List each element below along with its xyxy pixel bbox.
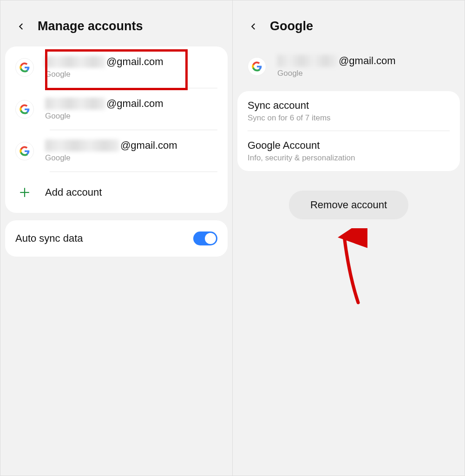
header: Google — [237, 5, 460, 46]
google-icon — [15, 100, 34, 119]
add-account-label: Add account — [45, 186, 102, 198]
manage-accounts-screen: Manage accounts @gmail.com Google — [0, 0, 232, 476]
email-suffix: @gmail.com — [339, 55, 396, 67]
auto-sync-label: Auto sync data — [15, 232, 83, 245]
header: Manage accounts — [5, 5, 228, 46]
google-account-row[interactable]: Google Account Info, security & personal… — [237, 131, 460, 171]
settings-sub: Info, security & personalization — [248, 153, 450, 163]
redacted-text — [277, 55, 338, 67]
redacted-text — [45, 56, 105, 68]
remove-account-button[interactable]: Remove account — [289, 191, 408, 219]
google-icon — [248, 57, 266, 76]
account-text: @gmail.com Google — [45, 139, 217, 163]
redacted-text — [45, 98, 105, 110]
email-suffix: @gmail.com — [106, 98, 164, 110]
account-email: @gmail.com — [45, 98, 217, 110]
account-provider: Google — [277, 69, 450, 78]
account-text: @gmail.com Google — [45, 98, 217, 121]
redacted-text — [45, 139, 119, 152]
page-title: Google — [270, 19, 313, 33]
account-row[interactable]: @gmail.com Google — [5, 88, 228, 130]
account-provider: Google — [45, 70, 217, 79]
google-account-screen: Google @gmail.com Google Sync account Sy… — [232, 0, 465, 476]
settings-sub: Sync on for 6 of 7 items — [248, 113, 450, 123]
account-provider: Google — [45, 153, 217, 163]
account-row[interactable]: @gmail.com Google — [5, 46, 228, 88]
back-icon[interactable] — [17, 22, 26, 31]
auto-sync-toggle[interactable] — [193, 231, 217, 245]
back-icon[interactable] — [249, 22, 258, 31]
account-text: @gmail.com Google — [277, 55, 450, 78]
account-text: @gmail.com Google — [45, 56, 217, 79]
plus-icon — [15, 183, 34, 202]
add-account-row[interactable]: Add account — [5, 172, 228, 213]
email-suffix: @gmail.com — [106, 56, 164, 68]
sync-account-row[interactable]: Sync account Sync on for 6 of 7 items — [237, 91, 460, 131]
annotation-arrow — [330, 228, 367, 307]
account-email: @gmail.com — [277, 55, 450, 67]
account-email: @gmail.com — [45, 139, 217, 152]
email-suffix: @gmail.com — [120, 139, 177, 152]
page-title: Manage accounts — [38, 19, 143, 33]
settings-title: Google Account — [248, 139, 450, 152]
google-icon — [15, 142, 34, 160]
account-row[interactable]: @gmail.com Google — [5, 130, 228, 172]
google-icon — [15, 58, 34, 77]
accounts-card: @gmail.com Google @gmail.com Google — [5, 46, 228, 213]
auto-sync-row: Auto sync data — [5, 220, 228, 257]
account-header: @gmail.com Google — [237, 46, 460, 91]
account-email: @gmail.com — [45, 56, 217, 68]
account-provider: Google — [45, 112, 217, 121]
settings-title: Sync account — [248, 99, 450, 112]
settings-card: Sync account Sync on for 6 of 7 items Go… — [237, 91, 460, 171]
